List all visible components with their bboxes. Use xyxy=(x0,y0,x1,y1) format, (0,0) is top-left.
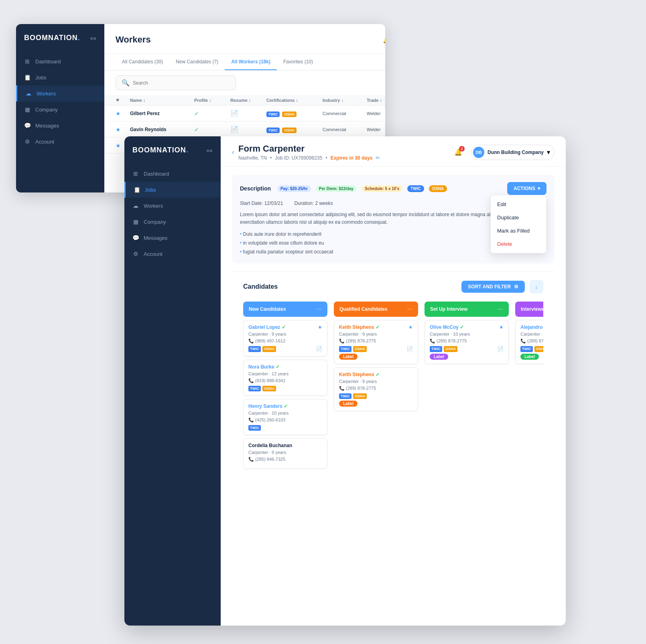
row2-star-icon[interactable]: ★ xyxy=(116,126,130,133)
sidebar-item-company-front[interactable]: ▦ Company xyxy=(124,214,221,230)
star-icon-card[interactable]: ★ xyxy=(499,324,504,330)
sidebar-item-company-back[interactable]: ▦ Company xyxy=(16,101,104,117)
dashboard-icon-front: ⊞ xyxy=(132,170,139,177)
sidebar-item-jobs-back[interactable]: 📋 Jobs xyxy=(16,69,104,85)
th-industry[interactable]: Industry ↕ xyxy=(323,97,367,103)
table-row[interactable]: ★ Gilbert Perez ✓ 📄 TWIC OSHA Commercial… xyxy=(104,105,385,122)
sidebar-item-jobs-front[interactable]: 📋 Jobs xyxy=(124,182,221,198)
candidate-card[interactable]: Keith Stephens ✓ Carpenter · 9 years 📞 (… xyxy=(334,367,418,411)
candidates-header: Candidates SORT AND FILTER ⚙ ↓ xyxy=(243,280,543,294)
jobs-icon-back: 📋 xyxy=(24,74,30,81)
sidebar-item-workers-back[interactable]: ☁ Workers xyxy=(16,85,104,101)
cert-osha-card: OSHA xyxy=(534,346,543,352)
tab-all-workers[interactable]: All Workers (18k) xyxy=(225,54,277,70)
sort-filter-button[interactable]: SORT AND FILTER ⚙ xyxy=(461,281,525,293)
candidate-card[interactable]: Olive McCoy ✓ ★ Carpenter · 10 years 📞 (… xyxy=(425,320,509,364)
card-phone: 📞 (285) 846-7325 xyxy=(248,457,322,462)
sidebar-item-workers-front[interactable]: ☁ Workers xyxy=(124,198,221,214)
card-top: Keith Stephens ✓ ★ xyxy=(339,324,413,330)
cert-osha: OSHA xyxy=(282,128,297,133)
sidebar-item-dashboard-front[interactable]: ⊞ Dashboard xyxy=(124,166,221,182)
tab-new-candidates[interactable]: New Candidates (7) xyxy=(169,54,225,70)
cert-twic-card: TWIC xyxy=(248,386,261,391)
edit-icon-inline[interactable]: ✏ xyxy=(376,155,380,161)
company-icon-back: ▦ xyxy=(24,106,30,113)
jobs-user-chip[interactable]: DB Dunn Building Company ▾ xyxy=(471,145,555,160)
candidate-label: Label xyxy=(339,354,358,360)
tab-all-candidates[interactable]: All Candidates (30) xyxy=(116,54,169,70)
candidate-card[interactable]: Alejandro Francis ✓ ★ Carpenter · 19 yea… xyxy=(515,320,543,364)
workers-search-box[interactable]: 🔍 xyxy=(116,75,236,90)
th-trade[interactable]: Trade ↕ xyxy=(367,97,385,103)
collapse-btn-back[interactable]: «« xyxy=(90,35,96,41)
sidebar-label-dashboard-back: Dashboard xyxy=(35,59,61,65)
candidate-card[interactable]: Keith Stephens ✓ ★ Carpenter · 9 years 📞… xyxy=(334,320,418,364)
table-row[interactable]: ★ Gavin Reynolds ✓ 📄 TWIC OSHA Commercia… xyxy=(104,122,385,138)
sidebar-item-dashboard-back[interactable]: ⊞ Dashboard xyxy=(16,53,104,69)
candidate-card[interactable]: Gabriel Lopez ✓ ★ Carpenter · 9 years 📞 … xyxy=(243,320,327,356)
logo-text-back: BOOMNATION. xyxy=(24,34,80,42)
star-icon-card[interactable]: ★ xyxy=(408,324,413,330)
candidate-label: Label xyxy=(339,401,358,407)
row1-star-icon[interactable]: ★ xyxy=(116,110,130,117)
perdiem-tag: Per Diem: $22/day xyxy=(316,185,357,192)
jobs-header-left: ‹ Form Carpenter Nashville, TN • Job ID:… xyxy=(232,144,380,161)
dashboard-icon-back: ⊞ xyxy=(24,58,30,65)
th-name[interactable]: Name ↕ xyxy=(130,97,194,103)
dropdown-edit[interactable]: Edit xyxy=(491,198,546,211)
card-certs: TWIC xyxy=(248,425,322,431)
card-top: Olive McCoy ✓ ★ xyxy=(430,324,504,330)
osha-tag: OSHA xyxy=(429,185,447,192)
card-top: Cordelia Buchanan xyxy=(248,443,322,448)
job-content: Description Pay: $20-25/hr Per Diem: $22… xyxy=(221,167,566,626)
kanban-col-interviewed: Interviewed ··· Alejandro Francis ✓ ★ xyxy=(515,302,543,472)
actions-button[interactable]: ACTIONS ▾ xyxy=(507,182,546,195)
candidate-label: Label xyxy=(520,354,539,360)
tab-favorites[interactable]: Favorites (10) xyxy=(277,54,319,70)
th-resume[interactable]: Resume ↕ xyxy=(230,97,266,103)
workers-search-input[interactable] xyxy=(133,80,230,86)
doc-icon: 📄 xyxy=(316,346,322,352)
card-name: Henry Sanders ✓ xyxy=(248,403,288,409)
dropdown-mark-filled[interactable]: Mark as Filled xyxy=(491,224,546,237)
row1-name: Gilbert Perez xyxy=(130,111,194,116)
col-dots-interview[interactable]: ··· xyxy=(498,306,503,313)
dropdown-delete[interactable]: Delete xyxy=(491,237,546,251)
collapse-btn-front[interactable]: «« xyxy=(206,147,213,154)
sidebar-item-account-front[interactable]: ⚙ Account xyxy=(124,246,221,262)
twic-tag: TWIC xyxy=(407,185,424,192)
row1-certs: TWIC OSHA xyxy=(266,110,323,117)
workers-notification-btn[interactable]: 🔔 1 xyxy=(380,32,385,47)
candidates-title: Candidates xyxy=(243,283,278,290)
download-button[interactable]: ↓ xyxy=(530,280,543,294)
card-certs: TWIC OSHA 📄 xyxy=(339,346,413,352)
description-label: Description xyxy=(240,185,271,192)
card-certs: TWIC OSHA 📄 xyxy=(520,346,543,352)
verified-icon: ✓ xyxy=(276,364,280,370)
sidebar-item-account-back[interactable]: ⚙ Account xyxy=(16,134,104,150)
candidate-card[interactable]: Henry Sanders ✓ Carpenter · 10 years 📞 (… xyxy=(243,399,327,435)
actions-label: ACTIONS xyxy=(514,186,535,191)
star-icon-card[interactable]: ★ xyxy=(318,324,322,330)
th-profile[interactable]: Profile ↕ xyxy=(194,97,230,103)
card-top: Henry Sanders ✓ xyxy=(248,403,322,409)
col-title-qualified: Qualified Candidates xyxy=(339,306,387,312)
row1-industry: Commercial xyxy=(323,111,367,116)
sidebar-item-messages-back[interactable]: 💬 Messages xyxy=(16,117,104,134)
card-top: Nora Burke ✓ xyxy=(248,364,322,370)
candidate-card[interactable]: Nora Burke ✓ Carpenter · 12 years 📞 (819… xyxy=(243,360,327,396)
col-dots-qualified[interactable]: ··· xyxy=(407,306,412,313)
th-certifications[interactable]: Certifications ↕ xyxy=(266,97,323,103)
back-button[interactable]: ‹ xyxy=(232,148,234,156)
dropdown-duplicate[interactable]: Duplicate xyxy=(491,211,546,224)
jobs-main: ‹ Form Carpenter Nashville, TN • Job ID:… xyxy=(221,136,566,626)
sidebar-label-account-back: Account xyxy=(35,139,54,145)
candidate-card[interactable]: Cordelia Buchanan Carpenter · 9 years 📞 … xyxy=(243,438,327,469)
filter-icon-candidates: ⚙ xyxy=(514,284,518,290)
jobs-notification-btn[interactable]: 🔔 2 xyxy=(451,145,465,160)
sidebar-item-messages-front[interactable]: 💬 Messages xyxy=(124,230,221,246)
kanban-col-qualified: Qualified Candidates ··· Keith Stephens … xyxy=(334,302,418,472)
sidebar-logo-front: BOOMNATION. «« xyxy=(124,146,221,166)
col-dots-new[interactable]: ··· xyxy=(317,306,322,313)
card-meta: Carpenter · 10 years xyxy=(430,332,504,336)
